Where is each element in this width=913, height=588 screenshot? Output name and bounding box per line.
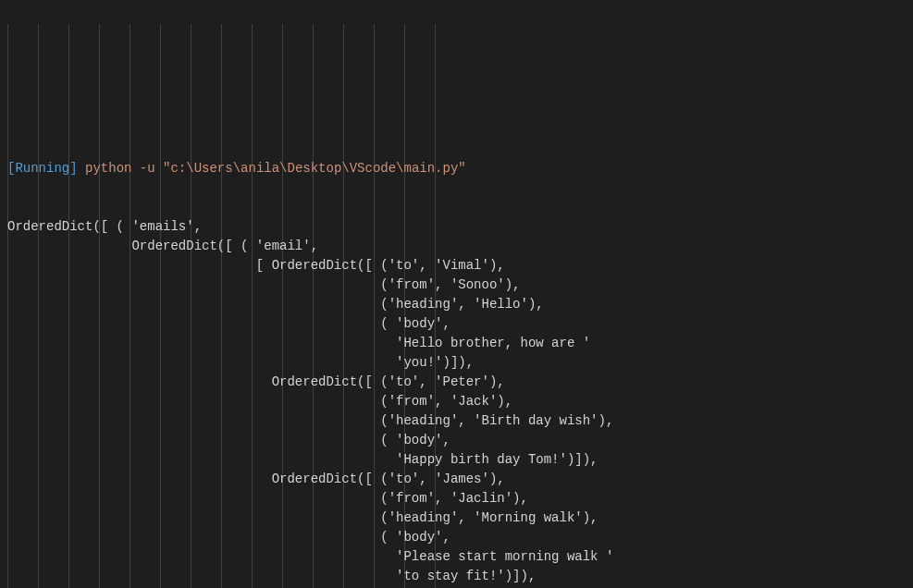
output-line: ('heading', 'Birth day wish'), (7, 411, 913, 431)
output-line: 'Happy birth day Tom!')]), (7, 450, 913, 470)
output-line: ( 'body', (7, 431, 913, 450)
output-line: ( 'body', (7, 528, 913, 547)
output-line: ('heading', 'Morning walk'), (7, 508, 913, 528)
python-command: python -u (85, 161, 155, 176)
output-line: OrderedDict([ ( 'email', (7, 237, 913, 256)
output-line: ('heading', 'Hello'), (7, 295, 913, 314)
output-line: 'Hello brother, how are ' (7, 334, 913, 353)
output-line: OrderedDict([ ( 'emails', (7, 217, 913, 237)
running-status-label: [Running] (7, 161, 78, 176)
output-line: ('from', 'Jack'), (7, 392, 913, 411)
run-header-line: [Running] python -u "c:\Users\anila\Desk… (7, 159, 913, 178)
output-line: OrderedDict([ ('to', 'Peter'), (7, 373, 913, 392)
output-line: 'you!')]), (7, 353, 913, 373)
output-line: 'Please start morning walk ' (7, 547, 913, 567)
output-line: ('from', 'Sonoo'), (7, 276, 913, 295)
output-line: ( 'body', (7, 314, 913, 334)
output-line: 'to stay fit!')]), (7, 567, 913, 586)
output-line: [ OrderedDict([ ('to', 'Vimal'), (7, 256, 913, 276)
script-path: "c:\Users\anila\Desktop\VScode\main.py" (163, 161, 466, 176)
output-line: ('from', 'Jaclin'), (7, 489, 913, 508)
output-body: OrderedDict([ ( 'emails', OrderedDict([ … (7, 217, 913, 588)
output-line: OrderedDict([ ('to', 'James'), (7, 470, 913, 489)
terminal-output[interactable]: [Running] python -u "c:\Users\anila\Desk… (7, 120, 913, 588)
